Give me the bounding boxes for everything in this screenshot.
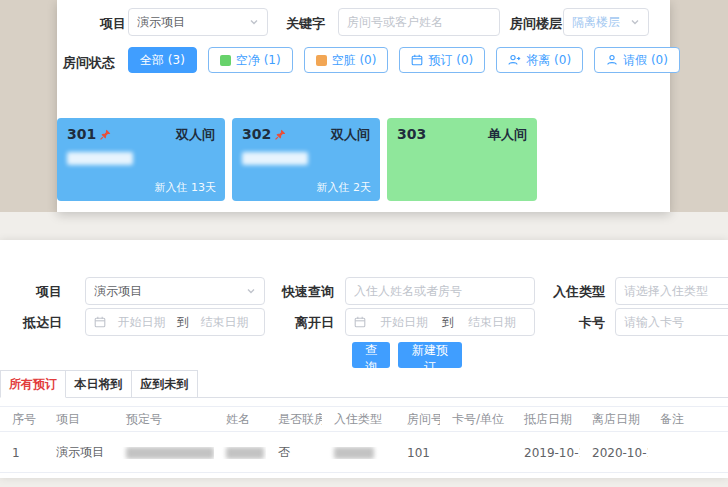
column-header: 抵店日期 — [512, 411, 580, 428]
arrival-date-label: 抵达日 — [0, 314, 62, 332]
floor-label: 房间楼层 — [510, 15, 562, 33]
tab-2[interactable]: 本日将到 — [66, 370, 132, 398]
table-cell — [114, 447, 214, 459]
chevron-down-icon — [630, 17, 640, 27]
column-header: 备注 — [648, 411, 728, 428]
person-icon — [606, 54, 618, 66]
quick-search-input[interactable] — [345, 277, 535, 305]
calendar-icon — [411, 54, 423, 66]
room-status-filter-button[interactable]: 将离 (0) — [496, 47, 583, 73]
tab-3[interactable]: 应到未到 — [132, 370, 198, 398]
quick-search-label: 快速查询 — [270, 283, 334, 301]
calendar-icon — [354, 316, 366, 328]
project-select-value: 演示项目 — [137, 14, 185, 31]
calendar-icon — [94, 316, 106, 328]
table-body: 1演示项目否1012019-10-162020-10-15 — [0, 433, 728, 473]
room-card-header: 302双人间 — [242, 126, 370, 144]
departure-date-label: 离开日 — [270, 314, 334, 332]
vacant-clean-swatch-icon — [220, 55, 231, 66]
room-stay-note: 新入住 2天 — [317, 180, 372, 195]
room-status-filter-button[interactable]: 请假 (0) — [594, 47, 680, 73]
room-status-filter-button[interactable]: 空脏 (0) — [304, 47, 389, 73]
room-card-302[interactable]: 302双人间新入住 2天 — [232, 118, 380, 201]
redacted-value — [126, 447, 214, 459]
column-header: 房间号 — [395, 411, 440, 428]
room-status-filter-button[interactable]: 预订 (0) — [399, 47, 485, 73]
project-label: 项目 — [100, 15, 126, 33]
project-select[interactable]: 演示项目 — [85, 277, 265, 305]
table-cell: 演示项目 — [44, 444, 114, 461]
redacted-value — [226, 447, 264, 459]
pin-icon — [275, 129, 286, 140]
end-date-placeholder: 结束日期 — [193, 314, 256, 331]
card-no-label: 卡号 — [541, 314, 605, 332]
status-filter-label: 空脏 (0) — [332, 52, 377, 69]
room-status-filter-button[interactable]: 空净 (1) — [208, 47, 293, 73]
table-cell: 否 — [266, 444, 322, 461]
column-header: 是否联房 — [266, 411, 322, 428]
chevron-down-icon — [249, 17, 259, 27]
room-status-panel: 项目 演示项目 关键字 房间楼层 隔离楼层 房间状态 全部 (3)空净 (1)空… — [57, 0, 670, 212]
project-select[interactable]: 演示项目 — [128, 8, 268, 36]
room-number: 303 — [397, 126, 426, 142]
column-header: 离店日期 — [580, 411, 648, 428]
column-header: 入住类型 — [322, 411, 395, 428]
project-label: 项目 — [0, 283, 62, 301]
column-header: 姓名 — [214, 411, 266, 428]
end-date-placeholder: 结束日期 — [458, 314, 526, 331]
column-header: 项目 — [44, 411, 114, 428]
table-cell: 2019-10-16 — [512, 446, 580, 460]
query-button[interactable]: 查询 — [352, 342, 390, 368]
room-type: 单人间 — [488, 126, 527, 144]
arrival-date-range[interactable]: 开始日期 到 结束日期 — [85, 308, 265, 336]
room-cards: 301双人间新入住 13天302双人间新入住 2天303单人间 — [57, 118, 537, 201]
status-filter-label: 预订 (0) — [428, 52, 473, 69]
floor-select[interactable]: 隔离楼层 — [563, 8, 649, 36]
keyword-label: 关键字 — [286, 15, 325, 33]
room-number: 301 — [67, 126, 111, 142]
booking-panel: 项目 演示项目 快速查询 入住类型 抵达日 开始日期 到 结束日期 离开日 开始… — [0, 240, 728, 478]
project-select-value: 演示项目 — [94, 283, 142, 300]
room-card-header: 303单人间 — [397, 126, 527, 144]
new-booking-button[interactable]: 新建预订 — [398, 342, 462, 368]
room-status-label: 房间状态 — [63, 54, 115, 72]
pin-icon — [100, 129, 111, 140]
status-filter-label: 空净 (1) — [236, 52, 281, 69]
date-range-separator: 到 — [442, 314, 454, 331]
redacted-guest-name — [67, 152, 133, 165]
room-status-filters: 全部 (3)空净 (1)空脏 (0)预订 (0)将离 (0)请假 (0) — [128, 47, 680, 73]
redacted-value — [334, 447, 374, 459]
status-filter-label: 全部 (3) — [140, 52, 185, 69]
chevron-down-icon — [246, 286, 256, 296]
status-filter-label: 请假 (0) — [623, 52, 668, 69]
status-filter-label: 将离 (0) — [526, 52, 571, 69]
table-cell — [322, 447, 395, 459]
room-type: 双人间 — [176, 126, 215, 144]
departure-date-range[interactable]: 开始日期 到 结束日期 — [345, 308, 535, 336]
table-cell: 2020-10-15 — [580, 446, 648, 460]
room-card-303[interactable]: 303单人间 — [387, 118, 537, 201]
tab-1[interactable]: 所有预订 — [0, 370, 66, 398]
floor-select-value: 隔离楼层 — [572, 14, 620, 31]
vacant-dirty-swatch-icon — [316, 55, 327, 66]
checkin-type-input[interactable] — [615, 277, 728, 305]
keyword-input[interactable] — [338, 8, 500, 36]
person-depart-icon — [508, 54, 521, 66]
table-cell — [214, 447, 266, 459]
column-header: 预定号 — [114, 411, 214, 428]
card-no-input[interactable] — [615, 308, 728, 336]
room-card-301[interactable]: 301双人间新入住 13天 — [57, 118, 225, 201]
date-range-separator: 到 — [177, 314, 189, 331]
table-row[interactable]: 1演示项目否1012019-10-162020-10-15 — [0, 433, 728, 473]
start-date-placeholder: 开始日期 — [110, 314, 173, 331]
booking-tabs: 所有预订本日将到应到未到 — [0, 370, 728, 398]
column-header: 序号 — [0, 411, 44, 428]
checkin-type-label: 入住类型 — [541, 283, 605, 301]
room-card-header: 301双人间 — [67, 126, 215, 144]
table-cell: 101 — [395, 446, 440, 460]
column-header: 卡号/单位 — [440, 411, 512, 428]
room-status-filter-button[interactable]: 全部 (3) — [128, 47, 197, 73]
room-number: 302 — [242, 126, 286, 142]
redacted-guest-name — [242, 152, 308, 165]
start-date-placeholder: 开始日期 — [370, 314, 438, 331]
